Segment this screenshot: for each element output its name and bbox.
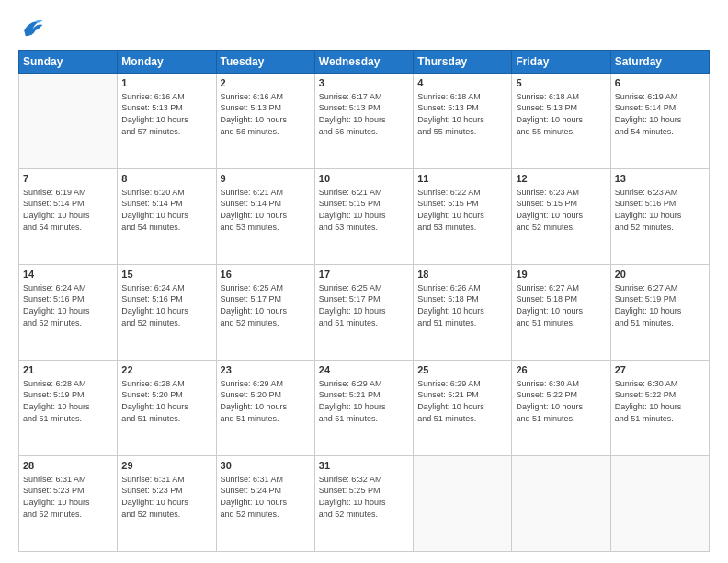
day-number: 19 (516, 268, 606, 282)
calendar-week-row: 7Sunrise: 6:19 AM Sunset: 5:14 PM Daylig… (19, 169, 710, 265)
day-info: Sunrise: 6:19 AM Sunset: 5:14 PM Dayligh… (23, 187, 113, 233)
calendar-cell: 28Sunrise: 6:31 AM Sunset: 5:23 PM Dayli… (19, 456, 118, 552)
day-info: Sunrise: 6:19 AM Sunset: 5:14 PM Dayligh… (615, 91, 705, 137)
calendar-cell: 30Sunrise: 6:31 AM Sunset: 5:24 PM Dayli… (216, 456, 314, 552)
logo-icon (18, 15, 44, 40)
day-number: 20 (615, 268, 705, 282)
day-info: Sunrise: 6:23 AM Sunset: 5:16 PM Dayligh… (615, 187, 705, 233)
day-info: Sunrise: 6:26 AM Sunset: 5:18 PM Dayligh… (417, 282, 507, 328)
day-info: Sunrise: 6:27 AM Sunset: 5:19 PM Dayligh… (615, 282, 705, 328)
calendar-week-row: 28Sunrise: 6:31 AM Sunset: 5:23 PM Dayli… (19, 456, 710, 552)
calendar-cell: 12Sunrise: 6:23 AM Sunset: 5:15 PM Dayli… (512, 169, 610, 265)
day-info: Sunrise: 6:31 AM Sunset: 5:24 PM Dayligh… (221, 474, 311, 520)
day-info: Sunrise: 6:21 AM Sunset: 5:14 PM Dayligh… (221, 187, 311, 233)
day-info: Sunrise: 6:16 AM Sunset: 5:13 PM Dayligh… (221, 91, 311, 137)
calendar-cell: 16Sunrise: 6:25 AM Sunset: 5:17 PM Dayli… (216, 265, 314, 361)
day-info: Sunrise: 6:29 AM Sunset: 5:21 PM Dayligh… (417, 378, 507, 424)
weekday-header-sunday: Sunday (19, 51, 118, 74)
day-info: Sunrise: 6:30 AM Sunset: 5:22 PM Dayligh… (516, 378, 606, 424)
day-number: 8 (121, 172, 211, 186)
day-info: Sunrise: 6:29 AM Sunset: 5:21 PM Dayligh… (319, 378, 409, 424)
calendar-cell: 19Sunrise: 6:27 AM Sunset: 5:18 PM Dayli… (512, 265, 610, 361)
calendar-cell (19, 74, 118, 169)
calendar-cell: 31Sunrise: 6:32 AM Sunset: 5:25 PM Dayli… (314, 456, 413, 552)
day-number: 24 (319, 363, 409, 377)
day-number: 21 (23, 363, 113, 377)
day-info: Sunrise: 6:31 AM Sunset: 5:23 PM Dayligh… (23, 474, 113, 520)
day-number: 30 (221, 459, 311, 473)
day-number: 2 (221, 76, 311, 90)
calendar-cell: 27Sunrise: 6:30 AM Sunset: 5:22 PM Dayli… (610, 361, 709, 456)
calendar-cell: 9Sunrise: 6:21 AM Sunset: 5:14 PM Daylig… (216, 169, 314, 265)
day-info: Sunrise: 6:25 AM Sunset: 5:17 PM Dayligh… (319, 282, 409, 328)
page: SundayMondayTuesdayWednesdayThursdayFrid… (0, 0, 728, 563)
day-info: Sunrise: 6:25 AM Sunset: 5:17 PM Dayligh… (221, 282, 311, 328)
day-number: 31 (319, 459, 409, 473)
calendar-cell: 22Sunrise: 6:28 AM Sunset: 5:20 PM Dayli… (118, 361, 216, 456)
day-number: 1 (121, 76, 211, 90)
day-number: 3 (319, 76, 409, 90)
calendar-cell (512, 456, 610, 552)
weekday-header-thursday: Thursday (414, 51, 512, 74)
calendar-table: SundayMondayTuesdayWednesdayThursdayFrid… (18, 50, 710, 552)
calendar-cell: 1Sunrise: 6:16 AM Sunset: 5:13 PM Daylig… (118, 74, 216, 169)
day-number: 29 (121, 459, 211, 473)
day-info: Sunrise: 6:31 AM Sunset: 5:23 PM Dayligh… (121, 474, 211, 520)
calendar-cell (414, 456, 512, 552)
day-info: Sunrise: 6:24 AM Sunset: 5:16 PM Dayligh… (23, 282, 113, 328)
calendar-cell: 21Sunrise: 6:28 AM Sunset: 5:19 PM Dayli… (19, 361, 118, 456)
day-number: 22 (121, 363, 211, 377)
weekday-header-monday: Monday (118, 51, 216, 74)
day-number: 26 (516, 363, 606, 377)
calendar-cell: 7Sunrise: 6:19 AM Sunset: 5:14 PM Daylig… (19, 169, 118, 265)
day-number: 7 (23, 172, 113, 186)
day-number: 15 (121, 268, 211, 282)
day-info: Sunrise: 6:28 AM Sunset: 5:20 PM Dayligh… (121, 378, 211, 424)
calendar-cell: 20Sunrise: 6:27 AM Sunset: 5:19 PM Dayli… (610, 265, 709, 361)
day-number: 5 (516, 76, 606, 90)
calendar-cell: 29Sunrise: 6:31 AM Sunset: 5:23 PM Dayli… (118, 456, 216, 552)
calendar-cell: 26Sunrise: 6:30 AM Sunset: 5:22 PM Dayli… (512, 361, 610, 456)
day-number: 25 (417, 363, 507, 377)
calendar-cell: 17Sunrise: 6:25 AM Sunset: 5:17 PM Dayli… (314, 265, 413, 361)
calendar-cell: 11Sunrise: 6:22 AM Sunset: 5:15 PM Dayli… (414, 169, 512, 265)
day-info: Sunrise: 6:28 AM Sunset: 5:19 PM Dayligh… (23, 378, 113, 424)
day-number: 23 (221, 363, 311, 377)
day-number: 27 (615, 363, 705, 377)
calendar-cell: 3Sunrise: 6:17 AM Sunset: 5:13 PM Daylig… (314, 74, 413, 169)
day-info: Sunrise: 6:22 AM Sunset: 5:15 PM Dayligh… (417, 187, 507, 233)
day-info: Sunrise: 6:30 AM Sunset: 5:22 PM Dayligh… (615, 378, 705, 424)
calendar-cell: 8Sunrise: 6:20 AM Sunset: 5:14 PM Daylig… (118, 169, 216, 265)
day-info: Sunrise: 6:32 AM Sunset: 5:25 PM Dayligh… (319, 474, 409, 520)
calendar-cell: 10Sunrise: 6:21 AM Sunset: 5:15 PM Dayli… (314, 169, 413, 265)
day-info: Sunrise: 6:17 AM Sunset: 5:13 PM Dayligh… (319, 91, 409, 137)
calendar-cell: 14Sunrise: 6:24 AM Sunset: 5:16 PM Dayli… (19, 265, 118, 361)
day-info: Sunrise: 6:29 AM Sunset: 5:20 PM Dayligh… (221, 378, 311, 424)
weekday-header-wednesday: Wednesday (314, 51, 413, 74)
calendar-cell: 5Sunrise: 6:18 AM Sunset: 5:13 PM Daylig… (512, 74, 610, 169)
day-info: Sunrise: 6:20 AM Sunset: 5:14 PM Dayligh… (121, 187, 211, 233)
day-number: 28 (23, 459, 113, 473)
day-info: Sunrise: 6:16 AM Sunset: 5:13 PM Dayligh… (121, 91, 211, 137)
weekday-header-row: SundayMondayTuesdayWednesdayThursdayFrid… (19, 51, 710, 74)
calendar-week-row: 1Sunrise: 6:16 AM Sunset: 5:13 PM Daylig… (19, 74, 710, 169)
day-number: 12 (516, 172, 606, 186)
header (18, 15, 710, 40)
day-number: 10 (319, 172, 409, 186)
day-number: 14 (23, 268, 113, 282)
day-number: 16 (221, 268, 311, 282)
day-info: Sunrise: 6:27 AM Sunset: 5:18 PM Dayligh… (516, 282, 606, 328)
calendar-cell: 15Sunrise: 6:24 AM Sunset: 5:16 PM Dayli… (118, 265, 216, 361)
day-number: 9 (221, 172, 311, 186)
calendar-cell: 6Sunrise: 6:19 AM Sunset: 5:14 PM Daylig… (610, 74, 709, 169)
day-number: 6 (615, 76, 705, 90)
calendar-cell: 24Sunrise: 6:29 AM Sunset: 5:21 PM Dayli… (314, 361, 413, 456)
calendar-week-row: 14Sunrise: 6:24 AM Sunset: 5:16 PM Dayli… (19, 265, 710, 361)
weekday-header-tuesday: Tuesday (216, 51, 314, 74)
calendar-cell: 13Sunrise: 6:23 AM Sunset: 5:16 PM Dayli… (610, 169, 709, 265)
day-number: 11 (417, 172, 507, 186)
day-number: 17 (319, 268, 409, 282)
calendar-cell: 18Sunrise: 6:26 AM Sunset: 5:18 PM Dayli… (414, 265, 512, 361)
logo (18, 15, 48, 40)
weekday-header-saturday: Saturday (610, 51, 709, 74)
